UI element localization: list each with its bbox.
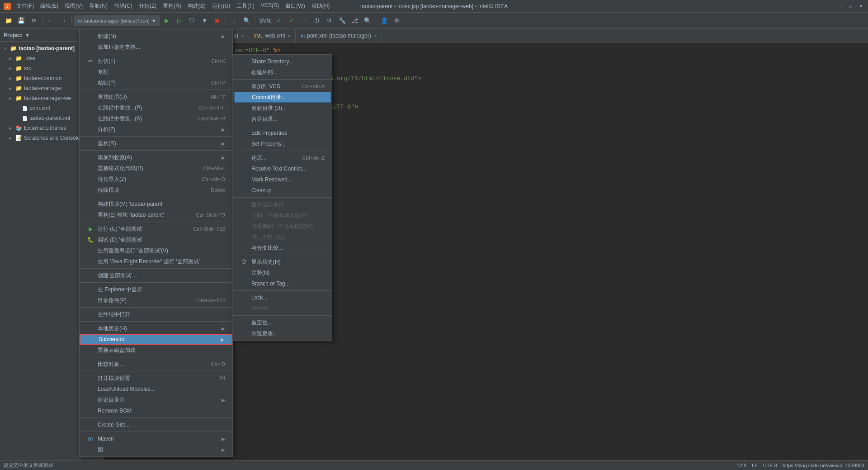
ctx-branch-or-tag[interactable]: Branch or Tag... — [233, 278, 332, 289]
ctx-reload-from-disk[interactable]: 重新从磁盘加载 — [80, 345, 232, 356]
save-button[interactable]: 💾 — [15, 15, 27, 27]
debug-button[interactable]: ▷ — [174, 15, 185, 27]
menu-nav[interactable]: 导航(N) — [86, 1, 110, 11]
ctx-rebuild-module[interactable]: 重构(E) 模块 'taotao-parent' Ctrl+Shift+F9 — [80, 209, 232, 220]
ctx-mark-dir[interactable]: 标记目录为 ▶ — [80, 394, 232, 405]
open-project-button[interactable]: 📁 — [3, 15, 14, 27]
ctx-add-favorites[interactable]: 添加到收藏(A) ▶ — [80, 152, 232, 163]
ctx-annotate[interactable]: 注释(N) — [233, 267, 332, 278]
ctx-create-gist[interactable]: Create Gist... — [80, 419, 232, 430]
ctx-run-tests[interactable]: ▶运行 (U) '全部测试' Ctrl+Shift+F10 — [80, 223, 232, 234]
settings-button[interactable]: ⚙ — [391, 15, 403, 27]
run-button[interactable]: ▶ — [161, 15, 173, 27]
ctx-diagram[interactable]: 图 ▶ — [80, 444, 232, 455]
ctx-mark-resolved[interactable]: Mark Resolved... — [233, 174, 332, 185]
ctx-build-module[interactable]: 构建模块(M) 'taotao-parent' — [80, 199, 232, 209]
ctx-run-jfr[interactable]: 使用 'Java Flight Recorder' 运行 '全部测试' — [80, 256, 232, 267]
tab-web-xml[interactable]: XML web.xml ✕ — [249, 29, 296, 42]
menu-vcs[interactable]: VCS(S) — [258, 1, 282, 11]
menu-window[interactable]: 窗口(W) — [283, 1, 307, 11]
tab-close-icon[interactable]: ✕ — [287, 33, 291, 38]
ctx-subversion[interactable]: Subversion ▶ — [80, 334, 232, 345]
tab-close-icon[interactable]: ✕ — [373, 33, 377, 38]
ctx-revert[interactable]: 还原... Ctrl+Alt+Z — [233, 152, 332, 163]
svn-merge-button[interactable]: ↔ — [298, 15, 310, 27]
ctx-compare[interactable]: 比较对象... Ctrl+D — [80, 359, 232, 370]
ctx-load-unload[interactable]: Load/Unload Modules... — [80, 384, 232, 394]
forward-button[interactable]: → — [57, 15, 69, 27]
sync-button[interactable]: ⟳ — [28, 15, 40, 27]
ctx-replace-in-path[interactable]: 在路径中替换...(A) Ctrl+Shift+R — [80, 113, 232, 124]
ctx-lock[interactable]: Lock... — [233, 292, 332, 303]
menu-refactor[interactable]: 重构(R) — [160, 1, 184, 11]
ctx-find-in-path[interactable]: 在路径中查找...(P) Ctrl+Shift+F — [80, 102, 232, 113]
menu-file[interactable]: 文件(F) — [14, 1, 37, 11]
menu-edit[interactable]: 编辑(E) — [38, 1, 61, 11]
svn-lock-button[interactable]: 🔧 — [336, 15, 348, 27]
ctx-merge-dir[interactable]: 合并目录... — [233, 114, 332, 124]
coverage-button[interactable]: 🛡 — [186, 15, 198, 27]
ctx-relocate[interactable]: 重定位... — [233, 317, 332, 328]
close-button[interactable]: ✕ — [857, 3, 864, 10]
ctx-show-explorer[interactable]: 在 Explorer 中显示 — [80, 284, 232, 295]
svn-check-button[interactable]: ✓ — [273, 15, 285, 27]
ctx-set-prop[interactable]: Set Property... — [233, 138, 332, 149]
menu-code[interactable]: 代码(C) — [111, 1, 135, 11]
ctx-add-to-vcs[interactable]: 添加到 VCS Ctrl+Alt+A — [233, 81, 332, 92]
ctx-resolve-text[interactable]: Resolve Text Conflict... — [233, 163, 332, 174]
minimize-button[interactable]: ─ — [837, 3, 844, 10]
ctx-arrow-icon: ▶ — [221, 337, 224, 342]
ctx-add-framework[interactable]: 添加框架的支持... — [80, 42, 232, 52]
tab-pom-manager[interactable]: m pom.xml (taotao-manager) ✕ — [296, 29, 382, 42]
ctx-reformat[interactable]: 重新格式化代码(R) Ctrl+Alt+L — [80, 163, 232, 174]
menu-view[interactable]: 视图(V) — [62, 1, 85, 11]
maximize-button[interactable]: □ — [847, 3, 854, 10]
ctx-find-usages[interactable]: 查找使用(U) Alt+F7 — [80, 91, 232, 102]
menu-run[interactable]: 运行(U) — [209, 1, 233, 11]
svn-search-button[interactable]: 🔍 — [362, 15, 373, 27]
dropdown-more[interactable]: ▼ — [199, 15, 211, 27]
svn-revert-button[interactable]: ↺ — [324, 15, 335, 27]
ctx-edit-props[interactable]: Edit Properties — [233, 128, 332, 138]
ctx-dir-path[interactable]: 目录路径(P) Ctrl+Alt+F12 — [80, 295, 232, 306]
ctx-compare-branch[interactable]: 与分支比较... — [233, 242, 332, 253]
ctx-remove-bom[interactable]: Remove BOM — [80, 405, 232, 416]
ctx-maven[interactable]: mMaven ▶ — [80, 433, 232, 444]
svn-history-button[interactable]: ⏱ — [311, 15, 323, 27]
ctx-new[interactable]: 新建(N) ▶ — [80, 31, 232, 42]
tab-close-icon[interactable]: ✕ — [241, 33, 244, 38]
ctx-browse-changes[interactable]: 浏览更改... — [233, 328, 332, 339]
ctx-create-config[interactable]: 创建'全部测试'... — [80, 270, 232, 281]
ctx-share-dir[interactable]: Share Directory... — [233, 56, 332, 67]
sync-vcs-button[interactable]: ↕ — [228, 15, 240, 27]
svn-check2-button[interactable]: ✓ — [286, 15, 297, 27]
ctx-commit-dir[interactable]: Commit目录... — [234, 92, 331, 103]
ctx-optimize-imports[interactable]: 优化导入(Z) Ctrl+Alt+O — [80, 174, 232, 185]
menu-analyze[interactable]: 分析(Z) — [136, 1, 159, 11]
ctx-paste[interactable]: 粘贴(P) Ctrl+V — [80, 77, 232, 88]
menu-build[interactable]: 构建(B) — [185, 1, 208, 11]
ctx-open-terminal[interactable]: 在终端中打开 — [80, 309, 232, 320]
ctx-module-settings[interactable]: 打开模块设置 F4 — [80, 373, 232, 384]
search-vcs-button[interactable]: 🔍 — [241, 15, 253, 27]
ctx-show-history[interactable]: ⏱显示历史(H) — [233, 256, 332, 267]
ctx-run-coverage[interactable]: 使用覆盖率运行 '全部测试'(V) — [80, 245, 232, 256]
ctx-local-history[interactable]: 本地历史(H) ▶ — [80, 323, 232, 334]
run-config-selector[interactable]: m taotao-manager [tomcat7:run] ▼ — [74, 15, 160, 26]
svn-branch-button[interactable]: ⎇ — [349, 15, 361, 27]
menu-help[interactable]: 帮助(H) — [309, 1, 333, 11]
ctx-create-external[interactable]: 创建外部... — [233, 67, 332, 78]
menu-tools[interactable]: 工具(T) — [234, 1, 257, 11]
ctx-debug-tests[interactable]: 🐛调试 (D) '全部测试' — [80, 234, 232, 245]
toolbar-separator-4 — [255, 16, 255, 25]
ctx-update-dir[interactable]: 更新目录 (U)... — [233, 103, 332, 114]
profile-button[interactable]: 👤 — [378, 15, 390, 27]
ctx-cleanup[interactable]: Cleanup — [233, 185, 332, 196]
stop-button[interactable]: ⏹ — [212, 15, 223, 27]
ctx-copy[interactable]: 复制 — [80, 66, 232, 77]
ctx-refactor[interactable]: 重构(R) ▶ — [80, 138, 232, 149]
ctx-remove-module[interactable]: 移除模块 Delete — [80, 185, 232, 195]
ctx-cut[interactable]: ✂剪切(T) Ctrl+X — [80, 56, 232, 66]
back-button[interactable]: ← — [45, 15, 57, 27]
ctx-analyze[interactable]: 分析(Z) ▶ — [80, 124, 232, 135]
